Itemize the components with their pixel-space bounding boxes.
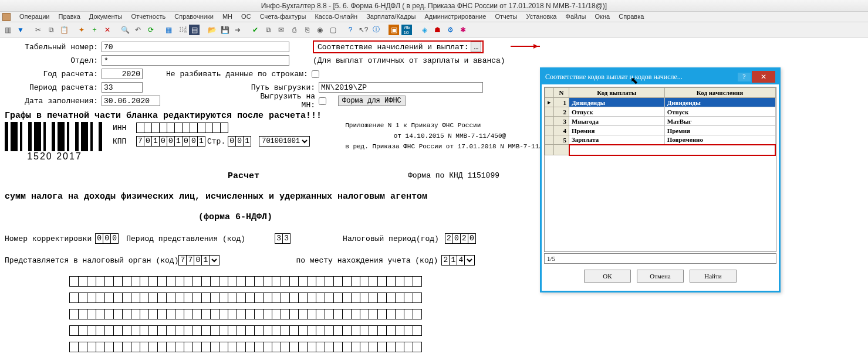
export-icon[interactable]: ▢ <box>327 25 338 35</box>
cut-icon[interactable]: ✂ <box>33 25 43 35</box>
stamp-icon[interactable]: ◉ <box>315 25 325 35</box>
dialog-help-button[interactable]: ? <box>738 73 751 81</box>
menu-item[interactable]: Справочники <box>174 13 214 20</box>
whats-this-icon[interactable]: ↖? <box>358 25 369 35</box>
menu-item[interactable]: Справка <box>619 13 644 20</box>
barcode-number: 1520 2017 <box>5 151 104 162</box>
undo-icon[interactable]: ↶ <box>133 25 143 35</box>
mn-label: Выгрузить на МН: <box>248 92 319 110</box>
period-label: Период расчета: <box>5 83 102 92</box>
app-note: Приложение N 1 к Приказу ФНС России <box>345 122 554 129</box>
table-row[interactable]: 4 ПремияПремия <box>545 126 776 135</box>
menu-item[interactable]: Окна <box>595 13 610 20</box>
delete-icon[interactable]: ✕ <box>102 25 113 35</box>
period-repr-label: Период представления (код) <box>126 234 245 243</box>
find-button[interactable]: Найти <box>690 270 737 283</box>
app4-icon[interactable]: ☗ <box>432 25 443 35</box>
table-row[interactable]: 2 ОтпускОтпуск <box>545 107 776 117</box>
mail-icon[interactable]: ✉ <box>276 25 286 35</box>
check-icon[interactable]: ✔ <box>250 25 261 35</box>
window-title: Инфо-Бухгалтер 8.8 - [5. 6. Форма 6-НДФЛ… <box>0 0 868 12</box>
grid-status <box>544 253 776 264</box>
app5-icon[interactable]: ⚙ <box>445 25 455 35</box>
app-icon <box>2 13 11 21</box>
accr-note: (Для выплат отличных от зарплаты и аванс… <box>313 56 505 65</box>
book-icon[interactable]: ⧉ <box>263 25 273 35</box>
ifns-button[interactable]: Форма для ИФНС <box>338 96 406 106</box>
place-label: по месту нахождения учета (код) <box>296 256 438 265</box>
tool-icon[interactable]: ✦ <box>76 25 87 35</box>
app1-icon[interactable]: ▣ <box>389 25 399 35</box>
dialog-close-button[interactable]: ✕ <box>752 71 775 83</box>
app6-icon[interactable]: ✱ <box>458 25 468 35</box>
refresh-icon[interactable]: ⟳ <box>146 25 156 35</box>
name-row[interactable] <box>69 325 863 338</box>
filter-icon[interactable]: ▼ <box>15 25 26 35</box>
table-row[interactable]: 3 МвыгодаМатВыг <box>545 117 776 126</box>
organ-dropdown[interactable] <box>209 255 219 266</box>
menu-item[interactable]: Счета-фактуры <box>260 13 306 20</box>
cancel-button[interactable]: Отмена <box>637 270 684 283</box>
otdel-input[interactable] <box>102 55 289 66</box>
cursor-icon: ⬉ <box>630 75 638 86</box>
help-icon[interactable]: ? <box>345 25 356 35</box>
date-input[interactable] <box>102 96 160 106</box>
accr-label: Соответствие начислений и выплат: <box>315 43 471 52</box>
table-new-row[interactable] <box>545 145 776 155</box>
menu-item[interactable]: Файлы <box>566 13 586 20</box>
name-row[interactable] <box>69 342 863 355</box>
app2-icon[interactable]: ИБ10 <box>401 25 412 35</box>
split-checkbox[interactable] <box>312 70 319 78</box>
place-dropdown[interactable] <box>464 255 475 266</box>
tabnum-input[interactable] <box>102 42 289 52</box>
doc-icon[interactable]: ▥ <box>2 25 13 35</box>
kpp-select[interactable]: 701001001 <box>259 136 310 147</box>
split-label: Не разбивать данные по строкам: <box>166 70 308 79</box>
copy-icon[interactable]: ⧉ <box>46 25 56 35</box>
save-icon[interactable]: 💾 <box>219 25 230 35</box>
info-icon[interactable]: ⓘ <box>371 25 381 35</box>
calc-icon[interactable]: ▤ <box>189 25 200 35</box>
menu-item[interactable]: Операции <box>19 13 49 20</box>
menu-item[interactable]: Администрирование <box>424 13 486 20</box>
open-icon[interactable]: 📂 <box>207 25 217 35</box>
app3-icon[interactable]: ◈ <box>419 25 430 35</box>
kpp-label: КПП <box>113 137 136 146</box>
menu-item[interactable]: Касса-Онлайн <box>315 13 357 20</box>
tabnum-label: Табельный номер: <box>5 43 102 52</box>
find-icon[interactable]: 🔍 <box>120 25 130 35</box>
name-row[interactable] <box>69 309 863 322</box>
doc-title: Расчет <box>228 171 259 181</box>
table-row[interactable]: ▸1 ДивидендыДивиденды <box>545 98 776 107</box>
name-row[interactable] <box>69 292 863 305</box>
preview-icon[interactable]: ⎘ <box>302 25 312 35</box>
mapping-grid[interactable]: N Код выплаты Код начисления ▸1 Дивиденд… <box>545 87 776 156</box>
path-input[interactable] <box>319 82 483 93</box>
grid-icon[interactable]: ▦ <box>163 25 174 35</box>
period-input[interactable] <box>102 82 143 93</box>
year-input[interactable] <box>102 69 143 79</box>
menu-item[interactable]: МН <box>222 13 232 20</box>
paste-icon[interactable]: 📋 <box>59 25 69 35</box>
year-label: Год расчета: <box>5 70 102 79</box>
arrow-icon[interactable]: ➜ <box>232 25 243 35</box>
menu-item[interactable]: Документы <box>89 13 123 20</box>
barcode: 1520 2017 <box>5 122 104 162</box>
table-row[interactable]: 5 ЗарплатаПовременно <box>545 135 776 145</box>
menu-item[interactable]: Правка <box>59 13 80 20</box>
col-pay: Код выплаты <box>569 88 665 98</box>
print-icon[interactable]: ⎙ <box>289 25 299 35</box>
menu-item[interactable]: Зарплата/Кадры <box>366 13 416 20</box>
add-icon[interactable]: ＋ <box>89 25 100 35</box>
menu-item[interactable]: ОС <box>241 13 251 20</box>
accr-ellipsis-button[interactable]: … <box>471 42 481 52</box>
page-label: Стр. <box>207 137 225 146</box>
mn-checkbox[interactable] <box>319 97 326 105</box>
menu-item[interactable]: Отчеты <box>495 13 517 20</box>
menu-item[interactable]: Установка <box>526 13 556 20</box>
ok-button[interactable]: ОК <box>584 270 631 283</box>
menu-item[interactable]: Отчетность <box>131 13 166 20</box>
toolbar: ▥ ▼ ✂ ⧉ 📋 ✦ ＋ ✕ 🔍 ↶ ⟳ ▦ ㍯ ▤ 📂 💾 ➜ ✔ ⧉ ✉ … <box>0 22 868 38</box>
col-accr: Код начисления <box>664 88 775 98</box>
date-icon[interactable]: ㍯ <box>176 25 187 35</box>
